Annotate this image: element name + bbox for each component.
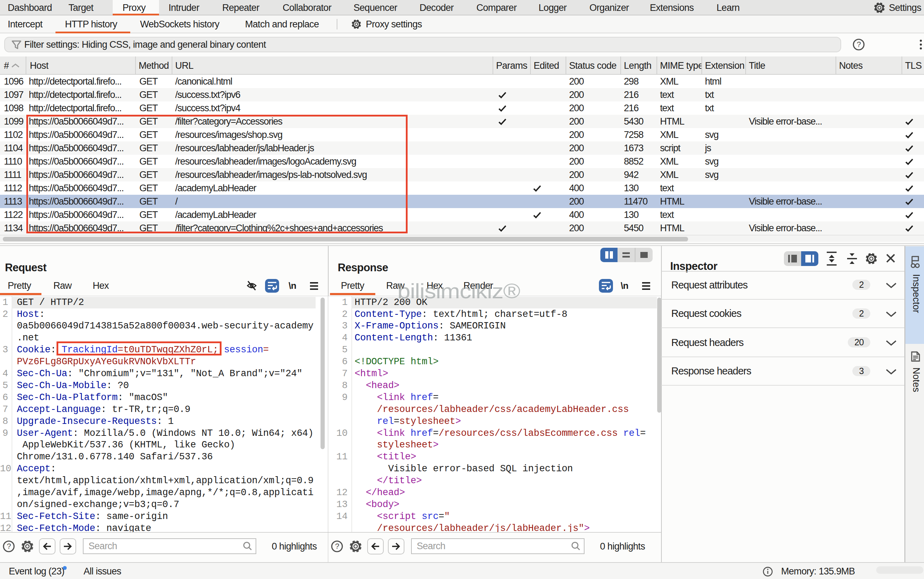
svg-text:?: ? [7,542,11,551]
svg-text:?: ? [857,40,861,49]
svg-text:?: ? [335,542,339,551]
